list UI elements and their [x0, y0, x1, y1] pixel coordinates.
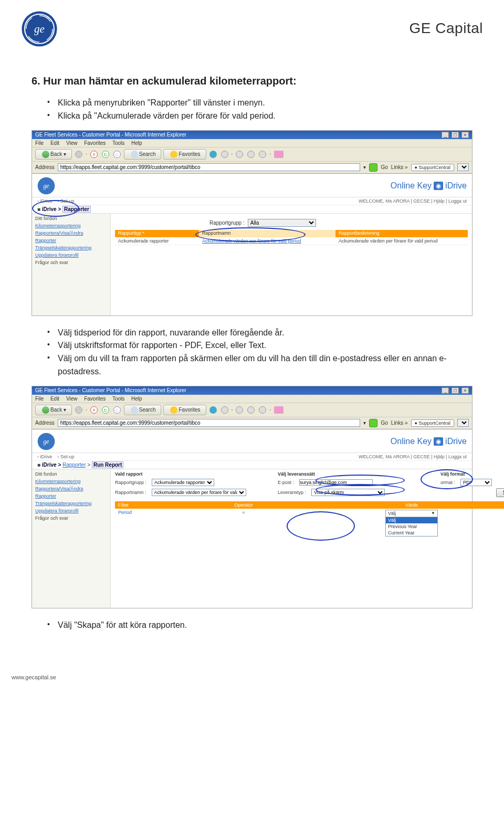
supportcentral-button[interactable]: ● SupportCentral: [411, 419, 454, 427]
favorites-button[interactable]: Favorites: [163, 149, 206, 160]
forward-icon[interactable]: [75, 406, 82, 414]
search-button[interactable]: Search: [124, 149, 162, 160]
back-icon: [42, 151, 49, 158]
extra-select[interactable]: [457, 419, 469, 427]
rg-select[interactable]: Alla: [248, 219, 316, 227]
ie-menubar[interactable]: File Edit View Favorites Tools Help: [32, 395, 472, 403]
sidemenu-item[interactable]: Trängselskatterapportering: [32, 244, 110, 251]
go-label: Go: [381, 164, 387, 170]
footer-url: www.gecapital.se: [0, 674, 504, 680]
window-titlebar: GE Fleet Services - Customer Portal - Mi…: [32, 131, 472, 139]
col-rapporttyp: Rapporttyp *: [115, 230, 199, 237]
sidemenu-item[interactable]: Uppdatera förarprofil: [32, 251, 110, 259]
extra-select[interactable]: [457, 163, 469, 171]
menu-file[interactable]: File: [35, 140, 44, 146]
star-icon: [170, 151, 177, 158]
sidemenu-item[interactable]: Frågor och svar: [32, 259, 110, 266]
go-button[interactable]: [369, 163, 377, 172]
section-heading: 6. Hur man hämtar en ackumulerad kilomet…: [32, 75, 472, 87]
media-icon[interactable]: [209, 151, 217, 158]
forward-icon[interactable]: [75, 151, 82, 158]
brand-title: GE Capital: [410, 20, 483, 37]
breadcrumb: ■ iDrive > Rapporter > Run Report: [32, 461, 472, 469]
skapa-button[interactable]: Skapa: [496, 488, 504, 497]
ge-logo: ge: [21, 10, 58, 49]
welcome-text: WELCOME, Ms ARORA | GECSE | Hjälp | Logg…: [359, 198, 467, 204]
go-button[interactable]: [369, 419, 377, 427]
menu-view[interactable]: View: [66, 140, 78, 146]
screenshot-run-report: GE Fleet Services - Customer Portal - Mi…: [32, 386, 472, 608]
address-input[interactable]: [58, 419, 361, 427]
window-buttons[interactable]: _ □ ×: [440, 132, 469, 138]
filter-row: Period = Välj▼ Välj Previous Year Curren…: [115, 509, 504, 538]
address-bar: Address ▾ Go Links » ● SupportCentral: [32, 162, 472, 174]
col-beskrivning: Rapportbeskrivning: [335, 230, 468, 237]
period-select[interactable]: Välj▼ Välj Previous Year Current Year: [385, 510, 438, 537]
svg-text:ge: ge: [34, 23, 45, 35]
maximize-icon[interactable]: □: [452, 387, 459, 394]
window-title: GE Fleet Services - Customer Portal - Mi…: [35, 387, 186, 393]
portal-subhead: › iDrive › Set-up WELCOME, Ms ARORA | GE…: [32, 197, 472, 205]
bullet: Klicka på menyrubriken "Rapporter" till …: [47, 97, 472, 110]
menu-edit[interactable]: Edit: [50, 140, 59, 146]
close-icon[interactable]: ×: [461, 132, 469, 138]
back-button[interactable]: Back ▾: [35, 405, 72, 415]
menu-tools[interactable]: Tools: [112, 140, 124, 146]
minimize-icon[interactable]: _: [442, 132, 449, 138]
edit-icon[interactable]: [259, 151, 266, 158]
print-icon[interactable]: [247, 151, 255, 158]
stop-icon[interactable]: ×: [90, 151, 98, 158]
minimize-icon[interactable]: _: [442, 387, 449, 394]
idrive-pill: ◉: [434, 182, 443, 190]
address-input[interactable]: [58, 163, 361, 171]
ie-toolbar[interactable]: Back ▾ · × ↻ ⌂ Search Favorites · ·: [32, 403, 472, 417]
report-link[interactable]: Ackumulerade värden per förare för vald …: [202, 238, 339, 244]
menu-favorites[interactable]: Favorites: [84, 140, 106, 146]
rapportnamn-select[interactable]: Ackumulerade värden per förare för vald: [152, 489, 246, 496]
ie-menubar[interactable]: File Edit View Favorites Tools Help: [32, 139, 472, 148]
menu-help[interactable]: Help: [131, 140, 142, 146]
extra-icon[interactable]: [274, 151, 284, 158]
bullet: Välj utskriftsformat för rapporten - PDF…: [47, 339, 472, 352]
epost-input[interactable]: [299, 479, 373, 486]
stop-icon[interactable]: ×: [90, 406, 98, 414]
favorites-button[interactable]: Favorites: [163, 405, 206, 415]
close-icon[interactable]: ×: [461, 387, 469, 394]
side-menu: Ditt fordon Kilometerrapportering Rappor…: [32, 214, 111, 315]
screenshot-rapporter: GE Fleet Services - Customer Portal - Mi…: [32, 130, 472, 316]
sidemenu-item-rapporter[interactable]: Rapporter: [32, 237, 110, 244]
mail-icon[interactable]: [236, 151, 243, 158]
col-rapportnamn: Rapportnamn: [199, 230, 335, 237]
report-row[interactable]: Ackumulerade rapporter Ackumulerade värd…: [115, 237, 468, 245]
leveranstyp-select[interactable]: Visa på skärm: [311, 489, 385, 496]
links-label[interactable]: Links »: [391, 164, 408, 170]
svg-text:ge: ge: [44, 438, 49, 445]
chevron-down-icon: ▼: [431, 511, 435, 516]
home-icon[interactable]: ⌂: [113, 406, 121, 414]
final-bullets: Välj "Skapa" för att köra rapporten.: [32, 619, 472, 632]
report-header-row: Rapporttyp * Rapportnamn Rapportbeskrivn…: [115, 230, 468, 237]
search-button[interactable]: Search: [124, 405, 162, 415]
rapportgrupp-select[interactable]: Ackumulerade rapporter: [152, 479, 214, 486]
bullet: Välj tidsperiod för din rapport, nuvaran…: [47, 327, 472, 340]
bullet: Välj "Skapa" för att köra rapporten.: [47, 619, 472, 632]
sidemenu-item[interactable]: Kilometerrapportering: [32, 222, 110, 229]
search-icon: [131, 151, 138, 158]
maximize-icon[interactable]: □: [452, 132, 459, 138]
portal-header: ge Online Key ◉ iDrive: [32, 174, 472, 197]
supportcentral-button[interactable]: ● SupportCentral: [411, 164, 454, 171]
home-icon[interactable]: ⌂: [113, 151, 121, 158]
report-form: Vald rapport Välj leveranssätt Välj form…: [115, 471, 504, 497]
back-button[interactable]: Back ▾: [35, 149, 72, 160]
format-select[interactable]: PDF: [460, 479, 492, 486]
window-buttons[interactable]: _ □ ×: [440, 387, 469, 394]
ie-toolbar[interactable]: Back ▾ · × ↻ ⌂ Search Favorites · ·: [32, 148, 472, 162]
side-menu: Ditt fordon Kilometerrapportering Rappor…: [32, 469, 111, 608]
refresh-icon[interactable]: ↻: [102, 406, 109, 414]
window-titlebar: GE Fleet Services - Customer Portal - Mi…: [32, 386, 472, 395]
refresh-icon[interactable]: ↻: [102, 151, 109, 158]
history-icon[interactable]: [221, 151, 228, 158]
filter-operator: =: [188, 510, 299, 537]
sidemenu-item[interactable]: Rapportera/Visa/Ändra: [32, 229, 110, 237]
main-pane: Rapportgrupp : Alla Rapporttyp * Rapport…: [111, 214, 472, 315]
